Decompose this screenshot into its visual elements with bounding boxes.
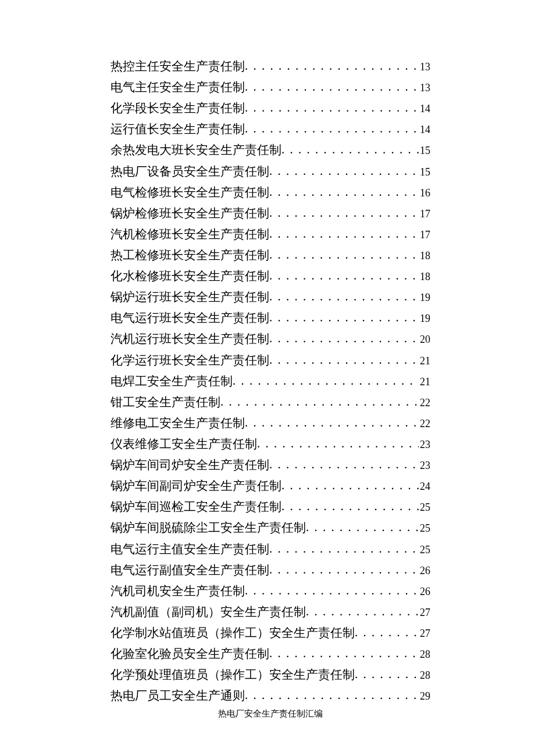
toc-entry-page: 20 xyxy=(419,331,430,349)
document-page: 热控主任安全生产责任制13电气主任安全生产责任制13化学段长安全生产责任制14运… xyxy=(0,0,535,719)
toc-entry: 化学制水站值班员（操作工）安全生产责任制27 xyxy=(110,622,430,643)
toc-leader-dots xyxy=(269,643,419,664)
toc-leader-dots xyxy=(306,517,419,538)
toc-entry-title: 锅炉车间副司炉安全生产责任制 xyxy=(110,475,281,496)
toc-entry-page: 23 xyxy=(419,457,430,475)
toc-leader-dots xyxy=(269,349,419,370)
toc-leader-dots xyxy=(269,454,419,475)
toc-entry: 汽机检修班长安全生产责任制17 xyxy=(110,224,430,245)
toc-entry: 钳工安全生产责任制22 xyxy=(110,392,430,413)
toc-entry-page: 25 xyxy=(419,519,430,538)
toc-entry-title: 电气运行班长安全生产责任制 xyxy=(110,307,269,328)
toc-leader-dots xyxy=(269,265,419,286)
toc-entry-page: 21 xyxy=(419,373,430,391)
toc-entry: 电气检修班长安全生产责任制16 xyxy=(110,182,430,203)
toc-leader-dots xyxy=(355,622,419,643)
toc-entry: 化水检修班长安全生产责任制18 xyxy=(110,266,430,286)
toc-entry-title: 锅炉车间巡检工安全生产责任制 xyxy=(110,496,281,517)
toc-leader-dots xyxy=(245,76,419,97)
toc-entry-page: 15 xyxy=(419,142,430,160)
toc-entry: 电焊工安全生产责任制21 xyxy=(110,371,430,392)
toc-leader-dots xyxy=(355,664,419,685)
toc-entry-page: 14 xyxy=(419,121,430,139)
toc-entry-page: 26 xyxy=(419,583,430,601)
toc-entry-page: 25 xyxy=(419,499,430,517)
toc-entry-page: 25 xyxy=(419,541,430,559)
toc-entry-title: 电气运行副值安全生产责任制 xyxy=(110,560,269,581)
toc-entry-title: 热工检修班长安全生产责任制 xyxy=(110,245,269,266)
toc-leader-dots xyxy=(269,559,419,580)
toc-entry-page: 22 xyxy=(419,394,430,412)
toc-entry: 热电厂员工安全生产通则29 xyxy=(110,685,430,706)
toc-leader-dots xyxy=(269,307,419,328)
toc-entry-title: 汽机检修班长安全生产责任制 xyxy=(110,224,269,245)
toc-entry-page: 18 xyxy=(419,268,430,286)
toc-entry: 化学预处理值班员（操作工）安全生产责任制28 xyxy=(110,664,430,685)
toc-entry-title: 锅炉车间司炉安全生产责任制 xyxy=(110,454,269,475)
toc-entry-page: 17 xyxy=(419,205,430,223)
toc-entry: 维修电工安全生产责任制22 xyxy=(110,413,430,433)
toc-entry: 热工检修班长安全生产责任制18 xyxy=(110,245,430,266)
toc-entry-page: 29 xyxy=(419,687,430,705)
toc-leader-dots xyxy=(281,496,419,517)
toc-entry: 运行值长安全生产责任制14 xyxy=(110,119,430,139)
toc-entry-page: 16 xyxy=(419,184,430,202)
toc-entry-page: 27 xyxy=(419,604,430,622)
toc-entry-title: 化水检修班长安全生产责任制 xyxy=(110,266,269,286)
toc-entry: 锅炉检修班长安全生产责任制17 xyxy=(110,203,430,224)
toc-entry: 化学段长安全生产责任制14 xyxy=(110,98,430,119)
toc-leader-dots xyxy=(269,286,419,307)
toc-entry: 电气运行主值安全生产责任制25 xyxy=(110,539,430,560)
toc-entry-title: 电焊工安全生产责任制 xyxy=(110,371,233,392)
toc-leader-dots xyxy=(245,97,419,118)
toc-entry-page: 28 xyxy=(419,667,430,685)
toc-entry: 锅炉运行班长安全生产责任制19 xyxy=(110,286,430,307)
toc-entry-page: 17 xyxy=(419,226,430,244)
toc-entry-title: 维修电工安全生产责任制 xyxy=(110,413,245,433)
toc-entry: 余热发电大班长安全生产责任制15 xyxy=(110,139,430,160)
toc-list: 热控主任安全生产责任制13电气主任安全生产责任制13化学段长安全生产责任制14运… xyxy=(110,56,430,706)
toc-leader-dots xyxy=(245,118,419,139)
toc-entry: 电气运行副值安全生产责任制26 xyxy=(110,560,430,581)
toc-entry-page: 22 xyxy=(419,415,430,433)
toc-leader-dots xyxy=(245,55,419,76)
toc-leader-dots xyxy=(245,685,419,705)
toc-entry-page: 15 xyxy=(419,163,430,181)
toc-entry-title: 热控主任安全生产责任制 xyxy=(110,56,245,77)
toc-entry: 仪表维修工安全生产责任制23 xyxy=(110,433,430,454)
toc-entry: 锅炉车间司炉安全生产责任制23 xyxy=(110,454,430,475)
toc-entry-title: 汽机副值（副司机）安全生产责任制 xyxy=(110,601,306,622)
toc-entry-page: 24 xyxy=(419,478,430,496)
toc-leader-dots xyxy=(245,580,419,601)
toc-entry-title: 化学段长安全生产责任制 xyxy=(110,98,245,119)
toc-leader-dots xyxy=(269,160,419,181)
toc-entry: 化学运行班长安全生产责任制21 xyxy=(110,350,430,371)
toc-entry-title: 热电厂设备员安全生产责任制 xyxy=(110,161,269,182)
toc-entry: 汽机运行班长安全生产责任制20 xyxy=(110,328,430,349)
toc-entry-page: 23 xyxy=(419,436,430,454)
toc-leader-dots xyxy=(269,244,419,265)
toc-entry-title: 锅炉检修班长安全生产责任制 xyxy=(110,203,269,224)
toc-leader-dots xyxy=(269,538,419,559)
toc-leader-dots xyxy=(233,370,419,391)
toc-leader-dots xyxy=(269,202,419,223)
toc-entry-title: 汽机司机安全生产责任制 xyxy=(110,581,245,601)
toc-leader-dots xyxy=(269,181,419,202)
toc-entry-title: 热电厂员工安全生产通则 xyxy=(110,685,245,706)
toc-leader-dots xyxy=(257,433,419,454)
toc-entry-title: 电气主任安全生产责任制 xyxy=(110,77,245,98)
toc-entry: 电气运行班长安全生产责任制19 xyxy=(110,307,430,328)
toc-entry-title: 化学预处理值班员（操作工）安全生产责任制 xyxy=(110,664,355,685)
page-footer: 热电厂安全生产责任制汇编 xyxy=(110,708,430,719)
toc-entry: 热电厂设备员安全生产责任制15 xyxy=(110,161,430,182)
toc-entry-page: 26 xyxy=(419,562,430,580)
toc-entry: 锅炉车间脱硫除尘工安全生产责任制25 xyxy=(110,517,430,538)
toc-entry-title: 电气运行主值安全生产责任制 xyxy=(110,539,269,560)
toc-leader-dots xyxy=(269,223,419,244)
toc-entry: 热控主任安全生产责任制13 xyxy=(110,56,430,77)
toc-entry-title: 汽机运行班长安全生产责任制 xyxy=(110,328,269,349)
toc-entry-title: 锅炉车间脱硫除尘工安全生产责任制 xyxy=(110,517,306,538)
toc-entry-page: 14 xyxy=(419,100,430,118)
toc-entry-page: 21 xyxy=(419,352,430,370)
toc-entry-page: 19 xyxy=(419,289,430,307)
